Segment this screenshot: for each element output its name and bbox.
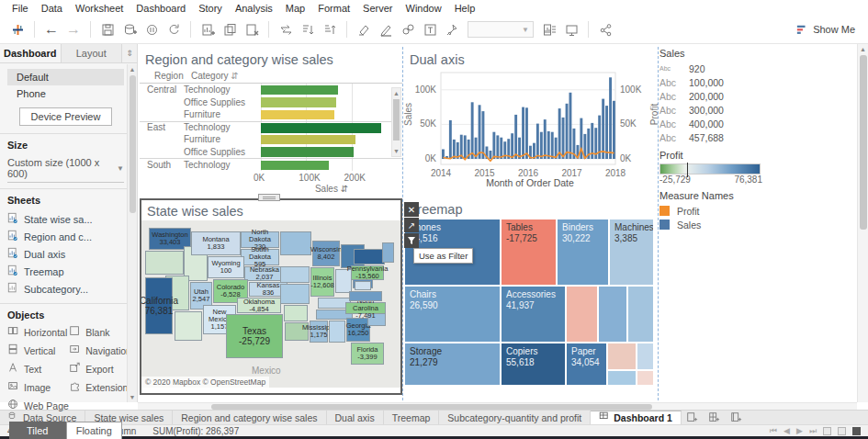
object-text[interactable]: Text (7, 362, 67, 376)
region-chart-row[interactable]: Office Supplies (140, 96, 402, 109)
state-virginia[interactable] (349, 291, 382, 301)
scroll-up-icon[interactable]: ▲ (858, 44, 868, 54)
tile-accessories[interactable]: Accessories41,937 (501, 286, 566, 343)
tile[interactable] (607, 370, 637, 386)
dual-axis-panel[interactable]: Dual axis 201420152016201720180K0K50K50K… (404, 49, 656, 197)
menu-help[interactable]: Help (448, 2, 482, 15)
tile[interactable] (598, 286, 627, 343)
device-row-default[interactable]: Default (7, 69, 124, 85)
sort-icon[interactable]: ⇵ (231, 71, 238, 81)
sheet-list-item[interactable]: Subcategory... (7, 280, 124, 298)
sheet-list-item[interactable]: Region and c... (7, 228, 124, 245)
object-vertical[interactable]: Vertical (7, 343, 67, 357)
tab-region-and-category-wise-sales[interactable]: Region and category wise sales (173, 411, 326, 424)
state-oregon[interactable] (145, 251, 184, 275)
show-me-button[interactable]: Show Me (791, 21, 861, 39)
state-wise-sales-panel[interactable]: State wise sales Mexico © 2020 Mapbox © … (140, 198, 402, 395)
region-chart-row[interactable]: Office Supplies (140, 146, 402, 159)
tile-machines[interactable]: Machines3,385 (609, 219, 654, 286)
new-worksheet-tab[interactable] (682, 411, 704, 424)
tiled-button[interactable]: Tiled (9, 422, 66, 439)
tab-subcategory-quantity-and-profit[interactable]: Subcategory-quantity and profit (439, 411, 591, 424)
state-wisconsin[interactable]: Wisconsin8,402 (312, 241, 340, 266)
state-iowa[interactable] (280, 266, 310, 283)
state-oklahoma[interactable]: Oklahoma-4,854 (237, 298, 281, 313)
sales-bar[interactable] (261, 123, 381, 133)
state-arkansas[interactable] (284, 305, 308, 321)
pause-auto-updates-icon[interactable] (141, 19, 162, 39)
sales-bar[interactable] (261, 147, 354, 157)
tile[interactable] (627, 286, 654, 343)
remove-zone-button[interactable]: ✕ (404, 202, 419, 217)
sales-legend-item[interactable]: Abc200,000 (659, 89, 779, 103)
state-nebraska[interactable]: Nebraska2,037 (244, 266, 285, 281)
state-west-virginia[interactable] (355, 281, 371, 290)
tab-dashboard-1[interactable]: Dashboard 1 (591, 411, 682, 424)
tab-treemap[interactable]: Treemap (384, 411, 440, 424)
tile-paper[interactable]: Paper34,054 (566, 343, 607, 386)
region-chart-scrollbar[interactable]: ▲ ▼ (391, 87, 401, 157)
state-texas[interactable]: Texas-25,729 (226, 314, 283, 358)
sales-bar[interactable] (261, 135, 355, 145)
filmstrip-view-icon[interactable] (838, 427, 846, 435)
sales-bar[interactable] (261, 85, 338, 96)
treemap-panel[interactable]: Treemap Phones44,516Tables-17,725Binders… (404, 198, 656, 395)
tile-binders[interactable]: Binders30,222 (557, 219, 609, 286)
new-data-source-icon[interactable] (119, 19, 140, 39)
tile-copiers[interactable]: Copiers55,618 (501, 343, 566, 386)
object-blank[interactable]: Blank (69, 325, 131, 339)
collapse-pane-icon[interactable]: ⇕ (122, 44, 137, 62)
swap-rows-columns-icon[interactable] (276, 19, 296, 39)
device-preview-button[interactable]: Device Preview (19, 107, 113, 126)
category-column-header[interactable]: Category ⇵ (191, 71, 268, 81)
new-dashboard-tab[interactable] (704, 411, 726, 424)
fit-axes-icon[interactable] (539, 19, 559, 39)
state-minnesota[interactable] (280, 231, 311, 255)
region-chart-row[interactable]: Furniture (140, 133, 402, 146)
menu-map[interactable]: Map (279, 2, 311, 15)
region-chart-row[interactable]: CentralTechnology (140, 84, 402, 96)
sales-bar[interactable] (261, 97, 336, 107)
device-row-phone[interactable]: Phone (7, 85, 124, 102)
sort-ascending-icon[interactable] (298, 19, 318, 39)
new-story-tab[interactable] (726, 411, 748, 424)
app-vertical-scrollbar[interactable]: ▲ (857, 44, 868, 402)
first-page-icon[interactable]: ⏮ (770, 426, 777, 436)
use-as-filter-button[interactable] (404, 233, 419, 248)
object-export[interactable]: Export (69, 362, 131, 376)
last-page-icon[interactable]: ⏭ (809, 426, 817, 436)
sidebar-scrollbar[interactable]: ▲ ▼ (127, 64, 137, 402)
menu-dashboard[interactable]: Dashboard (130, 2, 192, 15)
dual-axis-chart[interactable]: 201420152016201720180K0K50K50K100K100K (404, 69, 656, 188)
state-illinois[interactable]: Illinois-12,608 (310, 267, 334, 297)
menu-format[interactable]: Format (311, 2, 356, 15)
next-page-icon[interactable]: ▶ (796, 426, 803, 435)
size-select[interactable]: Custom size (1000 x 600) ▼ (7, 155, 124, 183)
state-wyoming[interactable]: Wyoming100 (208, 256, 244, 278)
scroll-down-icon[interactable]: ▼ (128, 392, 137, 402)
tile[interactable] (607, 343, 637, 370)
state-new-england[interactable] (382, 242, 394, 263)
share-icon[interactable] (595, 19, 615, 39)
sales-legend-item[interactable]: Abc920 (659, 62, 779, 75)
prev-page-icon[interactable]: ◀ (783, 426, 790, 435)
fit-selector[interactable]: ▼ (468, 21, 534, 38)
profit-color-gradient[interactable] (659, 163, 761, 174)
measure-legend-item[interactable]: Sales (659, 218, 779, 231)
object-web-page[interactable]: Web Page (7, 399, 131, 412)
menu-server[interactable]: Server (356, 2, 399, 15)
tile-tables[interactable]: Tables-17,725 (501, 219, 557, 286)
tab-dashboard[interactable]: Dashboard (0, 44, 62, 62)
menu-window[interactable]: Window (400, 2, 448, 15)
sheet-list-item[interactable]: State wise sa... (7, 210, 124, 228)
tab-dual-axis[interactable]: Dual axis (327, 411, 384, 424)
state-california[interactable]: California76,381 (145, 277, 173, 334)
sheet-list-item[interactable]: Treemap (7, 263, 124, 280)
state-alabama[interactable] (329, 321, 345, 343)
menu-worksheet[interactable]: Worksheet (69, 2, 130, 15)
object-image[interactable]: Image (7, 380, 67, 394)
menu-analysis[interactable]: Analysis (229, 2, 279, 15)
sales-legend-item[interactable]: Abc100,000 (659, 75, 779, 89)
state-montana[interactable]: Montana1,833 (191, 231, 241, 255)
sales-bar[interactable] (261, 161, 329, 171)
